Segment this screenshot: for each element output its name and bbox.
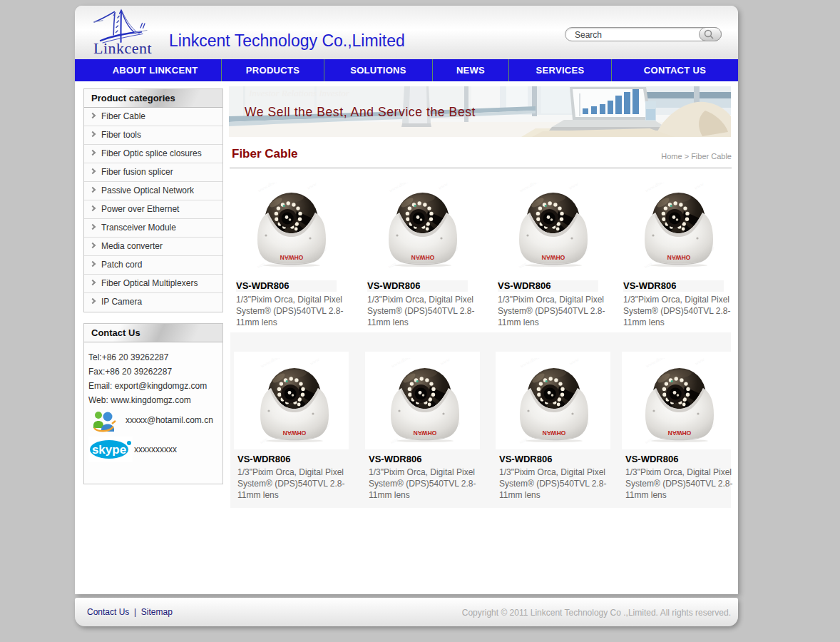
svg-text:skype: skype xyxy=(92,443,126,457)
svg-text:Investor Relations Investor: Investor Relations Investor xyxy=(248,88,350,98)
svg-text:We Sell the Best, And Service: We Sell the Best, And Service the Best xyxy=(245,105,476,119)
